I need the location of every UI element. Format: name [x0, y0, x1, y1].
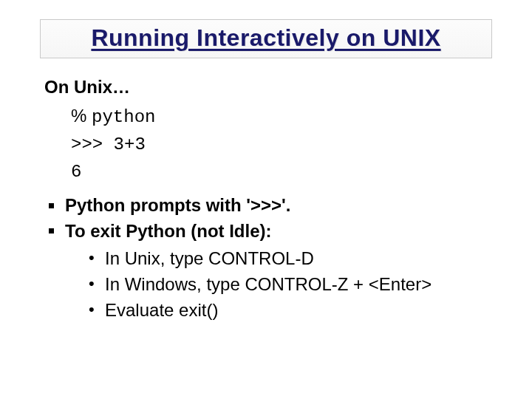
slide-body: On Unix… % python >>> 3+3 6 Python promp… — [24, 75, 508, 323]
slide-title: Running Interactively on UNIX — [91, 24, 440, 52]
bullet-2-text: To exit Python (not Idle): — [65, 221, 272, 241]
shell-command: python — [92, 107, 155, 127]
code-line-3: 6 — [71, 158, 508, 185]
slide: Running Interactively on UNIX On Unix… %… — [0, 0, 532, 399]
shell-prompt: % — [71, 106, 92, 126]
sub-bullet-1-text: In Unix, type CONTROL-D — [105, 248, 314, 268]
bullet-list: Python prompts with '>>>'. To exit Pytho… — [44, 193, 508, 323]
sub-bullet-3: Evaluate exit() — [87, 298, 508, 324]
sub-bullet-2-text: In Windows, type CONTROL-Z + <Enter> — [105, 274, 432, 294]
sub-bullet-1: In Unix, type CONTROL-D — [87, 246, 508, 272]
title-box: Running Interactively on UNIX — [40, 19, 492, 58]
code-line-2: >>> 3+3 — [71, 131, 508, 158]
sub-bullet-2: In Windows, type CONTROL-Z + <Enter> — [87, 272, 508, 298]
bullet-1: Python prompts with '>>>'. — [44, 193, 508, 219]
code-line-1: % python — [71, 102, 508, 131]
sub-bullet-list: In Unix, type CONTROL-D In Windows, type… — [87, 246, 508, 323]
bullet-1-text: Python prompts with '>>>'. — [65, 195, 290, 215]
intro-line: On Unix… — [44, 75, 508, 100]
code-block: % python >>> 3+3 6 — [71, 102, 508, 186]
sub-bullet-3-text: Evaluate exit() — [105, 300, 218, 320]
bullet-2: To exit Python (not Idle): In Unix, type… — [44, 219, 508, 323]
